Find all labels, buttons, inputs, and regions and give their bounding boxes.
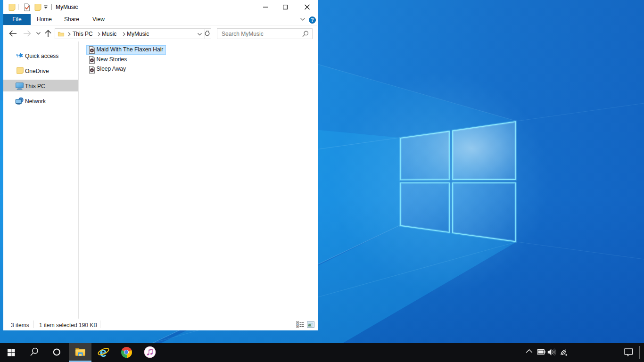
svg-text:e: e [99, 346, 107, 359]
svg-text:?: ? [311, 17, 314, 23]
